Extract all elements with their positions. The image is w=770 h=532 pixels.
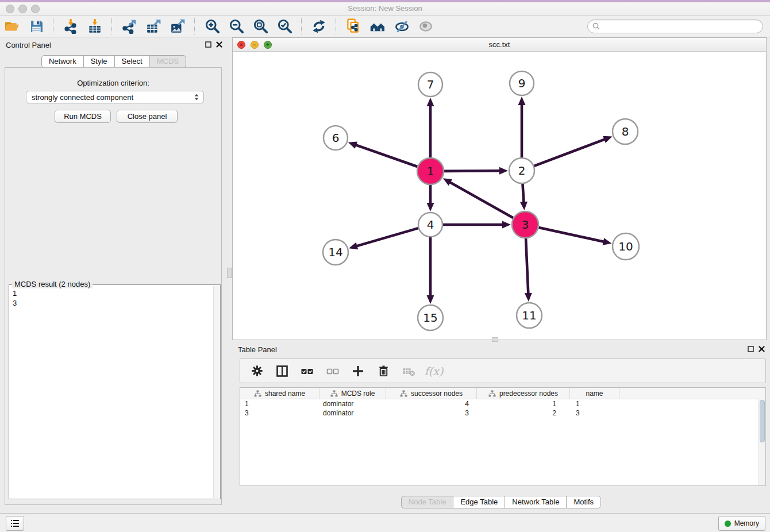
network-window-titlebar: × − + scc.txt (233, 38, 766, 52)
graph-edge-arrow-1-2 (499, 167, 508, 175)
graph-edge-1-2[interactable] (444, 171, 500, 171)
table-cell: 4 (386, 399, 477, 408)
table-cell: dominator (319, 399, 386, 408)
network-canvas[interactable]: 7968124314101511 (233, 51, 766, 340)
mcds-result-text[interactable]: 13 (9, 287, 213, 499)
network-view-window: × − + scc.txt 7968124314101511 (232, 37, 767, 340)
export-network-icon[interactable] (121, 18, 138, 35)
export-table-icon[interactable] (145, 18, 162, 35)
toolbar-separator (301, 18, 302, 34)
graph-node-label-14: 14 (328, 245, 342, 259)
status-bar: Memory (0, 513, 770, 532)
graph-edge-3-1[interactable] (449, 182, 513, 218)
tab-select[interactable]: Select (114, 55, 150, 68)
save-session-icon[interactable] (28, 18, 45, 35)
graph-edge-arrow-3-10 (603, 238, 612, 245)
node-table: shared nameMCDS rolesuccessor nodesprede… (240, 387, 766, 486)
column-header[interactable]: name (570, 388, 619, 399)
open-file-icon[interactable] (3, 18, 21, 35)
zoom-out-icon[interactable] (228, 18, 245, 35)
mcds-result-box: MCDS result (2 nodes) 13 (9, 284, 221, 499)
graph-edge-arrow-4-15 (427, 295, 434, 304)
zoom-selected-icon[interactable] (276, 18, 293, 35)
column-header[interactable]: successor nodes (386, 388, 477, 399)
close-panel-button[interactable]: Close panel (117, 110, 178, 123)
table-toolbar: f(x) (240, 358, 766, 383)
graph-node-label-1: 1 (427, 164, 434, 178)
settings-gear-icon[interactable] (249, 364, 264, 379)
close-panel-icon[interactable] (216, 41, 222, 48)
table-cell: 1 (477, 399, 570, 408)
select-all-icon[interactable] (300, 364, 315, 379)
deselect-all-icon[interactable] (325, 364, 340, 379)
table-cell: 1 (240, 399, 319, 408)
function-builder-icon[interactable]: f(x) (426, 364, 441, 379)
task-history-button[interactable] (6, 516, 24, 531)
show-all-icon[interactable] (417, 18, 434, 35)
table-row[interactable]: 3dominator323 (240, 408, 765, 418)
search-field[interactable] (587, 20, 763, 33)
delete-table-icon[interactable] (401, 364, 416, 379)
zoom-in-icon[interactable] (203, 18, 221, 35)
tab-motifs[interactable]: Motifs (566, 496, 601, 508)
control-panel-tabs: Network Style Select MCDS (0, 55, 228, 68)
tab-edge-table[interactable]: Edge Table (453, 496, 505, 508)
graph-node-label-9: 9 (518, 76, 526, 90)
search-input[interactable] (603, 21, 758, 31)
zoom-fit-icon[interactable] (252, 18, 269, 35)
table-scrollbar[interactable] (759, 399, 765, 485)
export-image-icon[interactable] (169, 18, 186, 35)
vertical-splitter-grip[interactable] (227, 268, 232, 278)
graph-edge-2-8[interactable] (534, 139, 606, 166)
graph-edge-4-14[interactable] (356, 228, 418, 246)
tab-node-table[interactable]: Node Table (401, 496, 454, 508)
table-scrollbar-thumb[interactable] (760, 400, 765, 442)
import-network-icon[interactable] (62, 18, 79, 35)
memory-button[interactable]: Memory (718, 516, 765, 531)
result-scrollbar[interactable] (213, 286, 220, 498)
column-header[interactable]: MCDS role (319, 388, 386, 399)
window-title: Session: New Session (0, 4, 770, 13)
close-table-panel-icon[interactable] (759, 346, 765, 352)
table-row[interactable]: 1dominator411 (240, 399, 765, 408)
run-mcds-button[interactable]: Run MCDS (55, 110, 111, 123)
new-network-from-selection-icon[interactable] (345, 18, 362, 35)
list-icon (10, 519, 20, 528)
tab-network-table[interactable]: Network Table (505, 496, 567, 508)
tab-mcds[interactable]: MCDS (149, 55, 186, 68)
float-panel-icon[interactable] (205, 41, 211, 48)
window-titlebar: Session: New Session (0, 2, 770, 16)
memory-status-icon (725, 521, 731, 527)
table-cell: 1 (570, 399, 619, 408)
table-panel-title: Table Panel (238, 345, 277, 354)
tab-style[interactable]: Style (83, 55, 115, 68)
table-cell: 3 (240, 408, 319, 418)
column-view-icon[interactable] (275, 364, 290, 379)
graph-edge-1-6[interactable] (355, 145, 417, 167)
network-window-title: scc.txt (233, 40, 766, 49)
graph-edge-3-11[interactable] (526, 238, 528, 294)
select-stepper-icon (193, 93, 200, 101)
graph-edge-arrow-4-14 (349, 242, 358, 249)
graph-edge-arrow-4-3 (502, 221, 511, 229)
add-column-icon[interactable] (351, 364, 365, 379)
table-tabs: Node Table Edge Table Network Table Moti… (232, 496, 770, 508)
delete-column-icon[interactable] (376, 364, 391, 379)
optimization-criterion-select[interactable]: strongly connected component (26, 91, 204, 103)
first-neighbors-icon[interactable] (369, 18, 386, 35)
column-tree-icon (400, 390, 407, 397)
graph-node-label-15: 15 (423, 311, 437, 325)
control-panel: Control Panel Network Style Select MCDS … (0, 37, 228, 513)
refresh-icon[interactable] (310, 18, 328, 35)
graph-edge-2-3[interactable] (522, 184, 523, 203)
graph-edge-3-10[interactable] (538, 228, 604, 242)
column-header[interactable]: shared name (240, 388, 319, 399)
import-table-icon[interactable] (86, 18, 103, 35)
hide-selected-icon[interactable] (393, 18, 410, 35)
tab-network[interactable]: Network (41, 55, 84, 68)
float-table-panel-icon[interactable] (748, 346, 754, 352)
table-cell: dominator (319, 408, 386, 418)
memory-label: Memory (734, 519, 759, 527)
toolbar-separator (336, 18, 337, 34)
column-header[interactable]: predecessor nodes (477, 388, 570, 399)
